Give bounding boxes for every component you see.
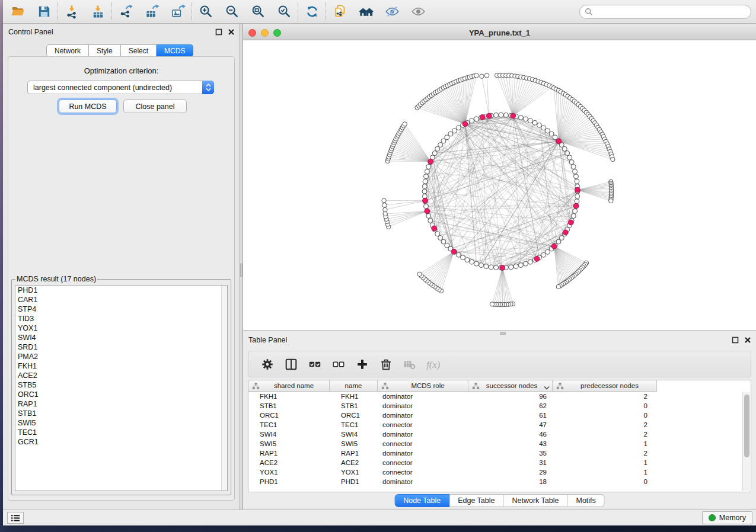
mcds-result-item[interactable]: TID3 — [15, 314, 227, 323]
graph-node-mcds[interactable] — [425, 209, 430, 214]
mcds-result-item[interactable]: SRD1 — [15, 342, 227, 352]
graph-node[interactable] — [484, 264, 489, 269]
graph-node[interactable] — [489, 265, 493, 270]
graph-node[interactable] — [470, 118, 474, 123]
graph-node[interactable] — [556, 284, 560, 289]
mcds-result-item[interactable]: STB1 — [15, 409, 227, 418]
graph-node[interactable] — [445, 243, 449, 248]
graph-node[interactable] — [438, 236, 443, 241]
export-table-button[interactable] — [143, 3, 161, 21]
save-button[interactable] — [35, 3, 53, 21]
delete-column-button[interactable] — [378, 356, 394, 373]
tab-style[interactable]: Style — [89, 44, 121, 57]
float-panel-icon[interactable] — [732, 336, 739, 344]
graph-node[interactable] — [422, 184, 427, 189]
search-box[interactable] — [579, 5, 751, 19]
graph-node[interactable] — [456, 252, 461, 257]
graph-node[interactable] — [382, 203, 387, 207]
table-row[interactable]: PHD1PHD1dominator180 — [248, 477, 751, 486]
graph-node[interactable] — [425, 169, 429, 174]
table-row[interactable]: ORC1ORC1dominator610 — [248, 411, 751, 420]
graph-node[interactable] — [541, 126, 546, 130]
graph-node-mcds[interactable] — [423, 198, 428, 203]
graph-node-mcds[interactable] — [511, 113, 516, 118]
refresh-button[interactable] — [303, 3, 321, 21]
graph-node[interactable] — [441, 139, 446, 143]
graph-node[interactable] — [503, 113, 508, 117]
result-list-scrollbar[interactable] — [221, 286, 227, 491]
graph-node-mcds[interactable] — [568, 220, 573, 225]
mcds-result-item[interactable]: RAP1 — [15, 399, 227, 409]
tab-mcds[interactable]: MCDS — [157, 44, 193, 57]
graph-node[interactable] — [383, 207, 387, 211]
graph-node[interactable] — [438, 143, 443, 148]
table-row[interactable]: RAP1RAP1dominator352 — [248, 448, 751, 458]
graph-node[interactable] — [422, 189, 427, 194]
tab-select[interactable]: Select — [121, 44, 157, 57]
mcds-result-item[interactable]: ACE2 — [15, 371, 227, 380]
graph-node[interactable] — [537, 123, 542, 127]
graph-node[interactable] — [474, 117, 479, 121]
mcds-result-item[interactable]: CAR1 — [15, 295, 227, 305]
graph-node[interactable] — [435, 232, 440, 236]
graph-node[interactable] — [448, 132, 453, 136]
mcds-result-item[interactable]: STB5 — [15, 380, 227, 390]
graph-node[interactable] — [573, 169, 578, 174]
graph-node[interactable] — [494, 113, 499, 117]
tab-network-table[interactable]: Network Table — [504, 494, 568, 507]
import-table-button[interactable] — [89, 3, 107, 21]
graph-node[interactable] — [567, 155, 572, 160]
graph-node[interactable] — [546, 249, 550, 254]
tab-edge-table[interactable]: Edge Table — [449, 494, 503, 507]
graph-node[interactable] — [528, 259, 532, 264]
network-canvas[interactable] — [243, 40, 756, 330]
graph-node[interactable] — [417, 272, 422, 276]
window-minimize-icon[interactable] — [261, 29, 269, 37]
graph-node[interactable] — [441, 239, 446, 244]
mcds-result-item[interactable]: SWI5 — [15, 418, 227, 428]
table-row[interactable]: FKH1FKH1dominator962 — [248, 392, 751, 401]
graph-node[interactable] — [571, 214, 576, 219]
graph-node[interactable] — [541, 252, 546, 257]
graph-node[interactable] — [456, 126, 461, 130]
graph-node[interactable] — [549, 132, 554, 136]
graph-node[interactable] — [499, 113, 503, 117]
graph-node[interactable] — [565, 151, 570, 156]
column-header-shared-name[interactable]: shared name — [248, 380, 330, 392]
graph-node[interactable] — [480, 74, 484, 78]
mcds-result-item[interactable]: SWI4 — [15, 333, 227, 342]
zoom-selected-button[interactable] — [275, 3, 293, 21]
graph-node[interactable] — [528, 118, 532, 123]
zoom-fit-button[interactable] — [249, 3, 267, 21]
graph-node[interactable] — [611, 157, 615, 161]
tab-network[interactable]: Network — [46, 44, 89, 57]
graph-node[interactable] — [426, 165, 431, 169]
graph-node[interactable] — [432, 151, 437, 156]
graph-node[interactable] — [575, 179, 579, 184]
graph-node[interactable] — [518, 263, 523, 268]
graph-node[interactable] — [574, 174, 579, 179]
columns-button[interactable] — [283, 356, 299, 373]
import-network-button[interactable] — [63, 3, 81, 21]
graph-node[interactable] — [575, 199, 579, 204]
graph-node[interactable] — [424, 174, 429, 179]
float-panel-icon[interactable] — [215, 28, 222, 36]
splitter-grip[interactable] — [240, 264, 243, 277]
graph-node[interactable] — [524, 117, 528, 121]
graph-node[interactable] — [474, 73, 479, 78]
graph-node[interactable] — [383, 211, 387, 216]
graph-node-mcds[interactable] — [534, 257, 540, 262]
graph-node-mcds[interactable] — [573, 203, 579, 209]
graph-node-mcds[interactable] — [432, 226, 437, 231]
graph-node[interactable] — [382, 198, 386, 203]
mcds-result-item[interactable]: TEC1 — [15, 428, 227, 437]
export-image-button[interactable] — [169, 3, 187, 21]
run-mcds-button[interactable]: Run MCDS — [59, 100, 117, 113]
graph-node[interactable] — [575, 194, 580, 198]
mcds-result-item[interactable]: STP4 — [15, 305, 227, 314]
graph-node[interactable] — [490, 302, 494, 306]
table-scrollbar[interactable] — [742, 392, 750, 491]
graph-node-mcds[interactable] — [462, 121, 468, 127]
graph-node[interactable] — [609, 199, 613, 203]
show-details-button[interactable] — [409, 3, 427, 21]
